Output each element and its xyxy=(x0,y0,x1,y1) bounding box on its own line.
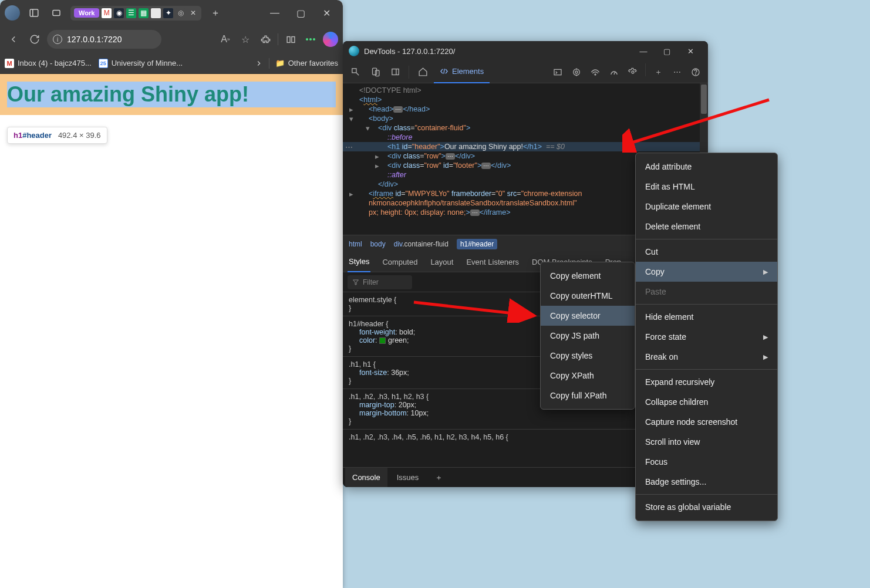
split-screen-icon[interactable] xyxy=(283,32,298,47)
welcome-icon[interactable] xyxy=(414,63,431,81)
ctx-focus[interactable]: Focus xyxy=(636,452,777,472)
ctx-scroll[interactable]: Scroll into view xyxy=(636,432,777,452)
minimize-button[interactable]: — xyxy=(263,4,286,22)
console-drawer-tab[interactable]: Console xyxy=(345,468,387,488)
back-button[interactable] xyxy=(5,31,22,48)
elements-tab-label: Elements xyxy=(452,67,484,76)
help-icon[interactable] xyxy=(687,63,704,81)
favorite-icon[interactable]: ☆ xyxy=(238,32,253,47)
favicon-local: ◎ xyxy=(176,8,186,18)
other-favorites-label: Other favorites xyxy=(288,59,338,67)
ctx-duplicate[interactable]: Duplicate element xyxy=(636,197,777,217)
inspect-icon[interactable] xyxy=(346,63,364,81)
other-favorites[interactable]: 📁 Other favorites xyxy=(275,59,338,67)
bookmark-inbox-label: Inbox (4) - bajcz475... xyxy=(18,59,92,67)
copy-styles[interactable]: Copy styles xyxy=(541,346,635,366)
copy-outerhtml[interactable]: Copy outerHTML xyxy=(541,286,635,306)
active-tab[interactable]: Work M ◉ ☰ ▦ ✦ ◎ ✕ xyxy=(70,6,201,21)
ctx-expand[interactable]: Expand recursively xyxy=(636,372,777,392)
sidebar-toggle-icon[interactable] xyxy=(26,5,42,21)
settings-icon[interactable] xyxy=(624,63,642,81)
svg-rect-8 xyxy=(392,69,398,75)
close-button[interactable]: ✕ xyxy=(315,4,338,22)
address-bar-row: i 127.0.0.1:7220 A» ☆ xyxy=(0,26,343,53)
browser-window: Work M ◉ ☰ ▦ ✦ ◎ ✕ ＋ — ▢ ✕ i 127.0.0.1:7… xyxy=(0,0,343,588)
maximize-button[interactable]: ▢ xyxy=(289,4,312,22)
copy-element[interactable]: Copy element xyxy=(541,266,635,286)
ctx-hide[interactable]: Hide element xyxy=(636,307,777,327)
styles-filter-input[interactable]: Filter xyxy=(348,275,412,289)
ctx-delete[interactable]: Delete element xyxy=(636,217,777,236)
profile-avatar[interactable] xyxy=(5,5,20,21)
svg-marker-21 xyxy=(353,280,359,285)
favicon-chatgpt: ✦ xyxy=(163,8,173,18)
ctx-badge[interactable]: Badge settings... xyxy=(636,472,777,492)
performance-icon[interactable] xyxy=(605,63,623,81)
element-tooltip: h1#header 492.4 × 39.6 xyxy=(7,127,107,144)
panel-layout-icon[interactable] xyxy=(386,63,404,81)
event-listeners-tab[interactable]: Event Listeners xyxy=(465,252,520,272)
more-tools-icon[interactable]: ⋯ xyxy=(668,63,686,81)
drawer-add-tab[interactable]: ＋ xyxy=(428,468,450,488)
bookmarks-bar: M Inbox (4) - bajcz475... 25 University … xyxy=(0,53,343,74)
network-icon[interactable] xyxy=(586,63,604,81)
ctx-force-state[interactable]: Force state▶ xyxy=(636,327,777,347)
devtools-maximize-button[interactable]: ▢ xyxy=(655,42,679,60)
ctx-edit-html[interactable]: Edit as HTML xyxy=(636,177,777,197)
tooltip-dims: 492.4 × 39.6 xyxy=(58,131,101,140)
tab-close-icon[interactable]: ✕ xyxy=(188,8,198,18)
ctx-copy[interactable]: Copy▶ xyxy=(636,262,777,282)
copilot-icon[interactable] xyxy=(323,32,338,47)
bookmark-umn[interactable]: 25 University of Minne... xyxy=(99,59,183,68)
chevron-right-icon: ▶ xyxy=(763,353,768,361)
copy-selector[interactable]: Copy selector xyxy=(541,306,635,326)
read-aloud-icon[interactable]: A» xyxy=(218,32,233,47)
ctx-store[interactable]: Store as global variable xyxy=(636,497,777,517)
favicon-blank xyxy=(151,8,161,18)
breadcrumb-body[interactable]: body xyxy=(370,240,386,248)
layout-tab[interactable]: Layout xyxy=(429,252,454,272)
bookmark-inbox[interactable]: M Inbox (4) - bajcz475... xyxy=(5,59,92,68)
work-pill: Work xyxy=(74,8,99,18)
url-text: 127.0.0.1:7220 xyxy=(67,35,122,44)
bookmarks-overflow[interactable] xyxy=(255,59,263,67)
bookmark-umn-label: University of Minne... xyxy=(112,59,183,67)
ctx-cut[interactable]: Cut xyxy=(636,242,777,262)
styles-tab[interactable]: Styles xyxy=(348,252,370,272)
device-toggle-icon[interactable] xyxy=(366,63,384,81)
context-submenu-copy: Copy element Copy outerHTML Copy selecto… xyxy=(540,262,635,410)
elements-tab[interactable]: Elements xyxy=(434,61,490,83)
sources-icon[interactable] xyxy=(568,63,585,81)
computed-tab[interactable]: Computed xyxy=(381,252,419,272)
devtools-close-button[interactable]: ✕ xyxy=(679,42,702,60)
site-info-icon[interactable]: i xyxy=(53,35,62,44)
new-tab-button[interactable]: ＋ xyxy=(207,5,224,21)
ctx-add-attribute[interactable]: Add attribute xyxy=(636,157,777,177)
dom-selected-h1[interactable]: ⋯<h1 id="header">Our amazing Shiny app!<… xyxy=(343,142,708,151)
devtools-minimize-button[interactable]: — xyxy=(632,42,655,60)
breadcrumb-h1[interactable]: h1#header xyxy=(457,239,497,249)
issues-drawer-tab[interactable]: Issues xyxy=(390,468,426,488)
svg-rect-6 xyxy=(372,68,376,75)
breadcrumb-html[interactable]: html xyxy=(349,240,362,248)
console-icon[interactable] xyxy=(549,63,566,81)
favicon-sheet-1: ☰ xyxy=(126,8,136,18)
address-bar[interactable]: i 127.0.0.1:7220 xyxy=(47,30,161,49)
devtools-title: DevTools - 127.0.0.1:7220/ xyxy=(364,47,455,56)
ctx-break-on[interactable]: Break on▶ xyxy=(636,347,777,367)
ctx-capture[interactable]: Capture node screenshot xyxy=(636,412,777,432)
add-tab-icon[interactable]: ＋ xyxy=(649,63,667,81)
refresh-button[interactable] xyxy=(26,31,43,48)
more-icon[interactable] xyxy=(303,32,318,47)
copy-full-xpath[interactable]: Copy full XPath xyxy=(541,386,635,405)
favicon-gmail: M xyxy=(102,8,112,18)
tab-overview-icon[interactable] xyxy=(48,5,65,21)
extensions-icon[interactable] xyxy=(258,32,273,47)
gmail-icon: M xyxy=(5,59,14,68)
copy-xpath[interactable]: Copy XPath xyxy=(541,366,635,386)
svg-point-18 xyxy=(632,71,634,73)
ctx-collapse[interactable]: Collapse children xyxy=(636,392,777,412)
favicon-github: ◉ xyxy=(114,8,124,18)
breadcrumb-div[interactable]: div.container-fluid xyxy=(394,240,449,248)
copy-js-path[interactable]: Copy JS path xyxy=(541,326,635,346)
